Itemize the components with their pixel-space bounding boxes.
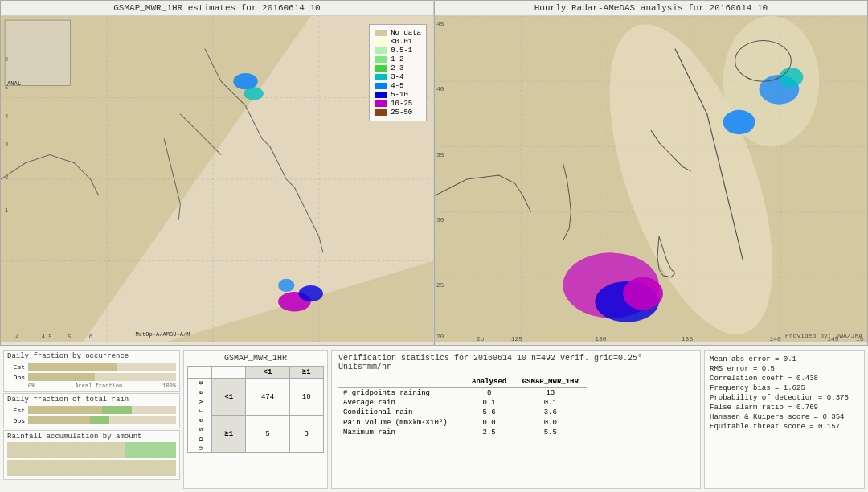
legend-color-1 [375, 56, 387, 63]
legend-label-25: 25-50 [391, 109, 412, 117]
svg-text:MetOp-A/AMSU-A/M: MetOp-A/AMSU-A/M [135, 331, 190, 338]
stat-line-1: Mean abs error = 0.1 [710, 355, 859, 363]
legend-item-05: 0.5-1 [375, 47, 421, 55]
legend-label-001: <0.01 [391, 38, 412, 46]
obs-bar-row-occurrence: Obs [7, 372, 176, 382]
legend-color-001 [375, 39, 387, 45]
svg-text:5: 5 [68, 334, 71, 340]
svg-text:130: 130 [595, 335, 607, 342]
verification-panel: Verification statistics for 20160614 10 … [331, 350, 701, 489]
table-row: Maximum rain 2.5 5.5 [338, 428, 587, 437]
legend-color-4 [375, 83, 387, 89]
obs-bar-track-occ [28, 373, 176, 381]
verif-val-2-gsmap: 0.1 [514, 398, 587, 408]
legend-label-5: 5-10 [391, 91, 408, 99]
daily-rain-chart: Daily fraction of total rain Est Obs [3, 393, 180, 428]
left-map-title: GSMAP_MWR_1HR estimates for 20160614 10 [1, 1, 433, 16]
svg-text:20: 20 [436, 333, 444, 340]
verif-val-3-analysed: 5.6 [465, 408, 514, 417]
legend-label-2: 2-3 [391, 64, 403, 72]
stats-panel: Mean abs error = 0.1 RMS error = 0.5 Cor… [704, 350, 865, 489]
left-map-canvas: ANAL [1, 16, 433, 342]
legend-color-5 [375, 92, 387, 98]
svg-text:5: 5 [5, 84, 8, 91]
legend-item-25: 25-50 [375, 109, 421, 117]
cont-cell-10: 10 [289, 379, 324, 416]
est-label-occ: Est [7, 363, 25, 371]
maps-section: GSMAP_MWR_1HR estimates for 20160614 10 … [0, 0, 868, 346]
contingency-table: <1 ≥1 O b s e r v e d <1 474 10 ≥1 5 3 [187, 366, 324, 453]
rainfall-acc-bar-est [7, 442, 176, 458]
svg-text:3: 3 [5, 141, 8, 148]
svg-text:40: 40 [436, 85, 444, 92]
rainfall-acc-chart: Rainfall accumulation by amount [3, 430, 180, 480]
stat-line-4: Frequency bias = 1.625 [710, 384, 859, 392]
legend-item-5: 5-10 [375, 91, 421, 99]
cont-cell-3: 3 [289, 416, 324, 453]
legend-item-10: 10-25 [375, 100, 421, 108]
legend-item-3: 3-4 [375, 73, 421, 81]
stat-line-5: Probability of detection = 0.375 [710, 394, 859, 402]
verif-val-1-gsmap: 13 [514, 388, 587, 399]
svg-point-43 [723, 110, 755, 134]
right-map-title: Hourly Radar-AMeDAS analysis for 2016061… [435, 1, 867, 16]
verif-val-2-analysed: 0.1 [465, 398, 514, 408]
svg-text:45: 45 [436, 20, 444, 27]
legend-label-10: 10-25 [391, 100, 412, 108]
obs-bar-fill-occ [28, 373, 95, 381]
stat-line-6: False alarm ratio = 0.769 [710, 404, 859, 412]
verif-val-1-analysed: 8 [465, 388, 514, 399]
daily-occurrence-title: Daily fraction by occurrence [7, 352, 176, 360]
svg-text:4: 4 [5, 113, 8, 120]
main-container: GSMAP_MWR_1HR estimates for 20160614 10 … [0, 0, 868, 492]
verif-val-3-gsmap: 3.6 [514, 408, 587, 417]
verif-val-4-analysed: 0.0 [465, 417, 514, 428]
stat-line-7: Hanssen & Kuipers score = 0.354 [710, 413, 859, 421]
axis-right: 100% [162, 383, 176, 389]
svg-text:4.5: 4.5 [42, 334, 52, 340]
legend-label-1: 1-2 [391, 55, 403, 64]
verif-table: Analysed GSMAP_MWR_1HR # gridpoints rain… [338, 376, 587, 437]
verif-col-header-gsmap: GSMAP_MWR_1HR [514, 376, 587, 388]
obs-row-label: O b s e r v e d [188, 379, 212, 453]
rainfall-acc-bar-obs [7, 460, 176, 476]
legend-label-nodata: No data [391, 29, 421, 37]
verif-title: Verification statistics for 20160614 10 … [338, 354, 694, 371]
svg-text:125: 125 [511, 335, 523, 342]
verif-row-label-1: # gridpoints raining [338, 388, 465, 399]
axis-left: 0% [28, 383, 35, 389]
cont-row-header-1: <1 [212, 379, 246, 416]
svg-text:2: 2 [5, 174, 8, 181]
legend-color-05 [375, 47, 387, 54]
cont-col-header-1: <1 [246, 367, 289, 379]
obs-label-rain: Obs [7, 417, 25, 424]
contingency-title: GSMAP_MWR_1HR [187, 354, 324, 363]
verif-val-5-analysed: 2.5 [465, 428, 514, 437]
right-map-canvas: 45 40 35 30 25 20 125 130 135 140 145 15… [435, 16, 867, 342]
legend-color-25 [375, 109, 387, 116]
rainfall-acc-title: Rainfall accumulation by amount [7, 433, 176, 441]
right-map-panel: Hourly Radar-AMeDAS analysis for 2016061… [434, 0, 868, 346]
legend-color-2 [375, 65, 387, 72]
axis-center: Areal fraction [75, 383, 122, 389]
svg-point-42 [623, 277, 663, 310]
cont-cell-474: 474 [246, 379, 289, 416]
provided-by-label: Provided by: JWA/JMA [785, 332, 862, 339]
svg-text:4: 4 [15, 334, 18, 340]
daily-rain-title: Daily fraction of total rain [7, 396, 176, 404]
legend-label-4: 4-5 [391, 82, 403, 90]
svg-rect-3 [5, 20, 70, 85]
bar-axis-occ: 0% Areal fraction 100% [7, 383, 176, 389]
svg-text:ANAL: ANAL [7, 80, 21, 87]
verif-row-label-2: Average rain [338, 398, 465, 408]
svg-text:6: 6 [89, 334, 92, 340]
est-bar-track-occ [28, 363, 176, 371]
table-row: Average rain 0.1 0.1 [338, 398, 587, 408]
est-bar-track-rain [28, 406, 176, 414]
svg-point-14 [299, 285, 323, 301]
svg-text:135: 135 [682, 335, 694, 342]
verif-row-label-3: Conditional rain [338, 408, 465, 417]
verif-val-5-gsmap: 5.5 [514, 428, 587, 437]
svg-point-45 [779, 68, 803, 87]
daily-occurrence-chart: Daily fraction by occurrence Est Obs 0% … [3, 350, 180, 392]
